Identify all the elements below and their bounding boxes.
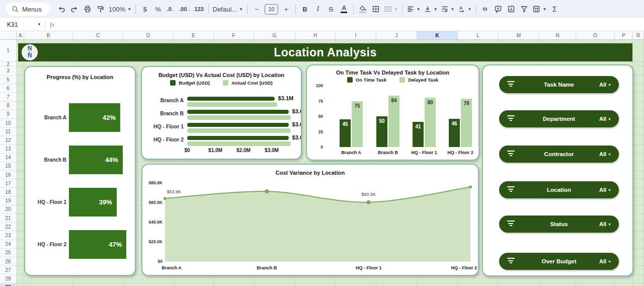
- vertical-align-button[interactable]: ▼: [422, 3, 439, 16]
- filter-status[interactable]: StatusAll▼: [499, 216, 619, 233]
- row-header-25[interactable]: 25: [0, 249, 17, 257]
- legend-item-actual-cost-usd-: Actual Cost (USD): [223, 80, 273, 86]
- create-filter-button[interactable]: [518, 3, 531, 16]
- filter-task-name[interactable]: Task NameAll▼: [499, 76, 619, 93]
- column-header-R[interactable]: R: [633, 31, 644, 40]
- column-header-J[interactable]: J: [376, 31, 417, 40]
- row-header-10[interactable]: 10: [0, 119, 17, 127]
- row-header-27[interactable]: 27: [0, 266, 17, 274]
- text-color-button[interactable]: A: [338, 3, 351, 16]
- progress-chart-card[interactable]: Progress (%) by Location Branch A42%Bran…: [24, 66, 136, 276]
- bold-button[interactable]: B: [298, 3, 311, 16]
- row-header-7[interactable]: 7: [0, 93, 17, 101]
- redo-button[interactable]: [68, 3, 81, 16]
- text-rotation-button[interactable]: A▼: [456, 3, 473, 16]
- row-header-15[interactable]: 15: [0, 162, 17, 171]
- row-header-2[interactable]: 2: [0, 62, 17, 66]
- column-header-G[interactable]: G: [254, 31, 295, 40]
- paint-format-button[interactable]: [94, 3, 107, 16]
- insert-comment-button[interactable]: [492, 3, 505, 16]
- decrease-font-size-button[interactable]: −: [250, 3, 263, 16]
- row-header-13[interactable]: 13: [0, 145, 17, 154]
- filter-value-dropdown[interactable]: All▼: [599, 110, 611, 127]
- column-header-A[interactable]: A: [17, 31, 24, 40]
- column-header-D[interactable]: D: [123, 31, 174, 40]
- row-header-5[interactable]: 5: [0, 76, 17, 84]
- column-header-P[interactable]: P: [615, 31, 633, 40]
- font-selector[interactable]: Defaul...▼: [211, 3, 245, 16]
- column-header-E[interactable]: E: [174, 31, 214, 40]
- row-header-14[interactable]: 14: [0, 154, 17, 162]
- filter-contractor[interactable]: ContractorAll▼: [499, 146, 619, 163]
- row-header-21[interactable]: 21: [0, 214, 17, 223]
- budget-chart-card[interactable]: Budget (USD) Vs Actual Cost (USD) by Loc…: [141, 66, 302, 160]
- row-header-3[interactable]: 3: [0, 66, 17, 76]
- column-header-F[interactable]: F: [214, 31, 254, 40]
- increase-decimal-button[interactable]: .00→: [178, 3, 192, 16]
- italic-button[interactable]: I: [311, 3, 325, 16]
- currency-format-button[interactable]: $: [138, 3, 151, 16]
- more-formats-button[interactable]: 123: [193, 3, 206, 16]
- column-header-B[interactable]: B: [24, 31, 73, 40]
- text-wrap-button[interactable]: ▼: [439, 3, 456, 16]
- svg-text:$60.0K: $60.0K: [361, 192, 376, 197]
- sheet-cells: N t N Location Analysis Progress (%) by …: [17, 40, 644, 286]
- undo-button[interactable]: [55, 3, 68, 16]
- row-header-28[interactable]: 28: [0, 274, 17, 283]
- row-header-9[interactable]: 9: [0, 110, 17, 119]
- strikethrough-button[interactable]: S: [325, 3, 338, 16]
- row-header-8[interactable]: 8: [0, 102, 17, 110]
- increase-font-size-button[interactable]: +: [280, 3, 293, 16]
- column-header-I[interactable]: I: [336, 31, 376, 40]
- filter-value-dropdown[interactable]: All▼: [599, 181, 611, 198]
- row-header-23[interactable]: 23: [0, 231, 17, 240]
- row-header-24[interactable]: 24: [0, 240, 17, 249]
- row-header-19[interactable]: 19: [0, 197, 17, 205]
- horizontal-align-button[interactable]: ▼: [405, 3, 422, 16]
- row-header-26[interactable]: 26: [0, 257, 17, 266]
- decrease-decimal-button[interactable]: .0←: [165, 3, 178, 16]
- svg-text:HQ - Floor 1: HQ - Floor 1: [356, 265, 382, 270]
- column-header-H[interactable]: H: [295, 31, 336, 40]
- budget-bar-hq-floor-1: [187, 123, 289, 127]
- row-header-17[interactable]: 17: [0, 179, 17, 188]
- percent-format-button[interactable]: %: [151, 3, 165, 16]
- filter-value-dropdown[interactable]: All▼: [599, 216, 611, 233]
- row-header-20[interactable]: 20: [0, 205, 17, 214]
- filter-value-dropdown[interactable]: All▼: [599, 253, 611, 270]
- column-header-L[interactable]: L: [458, 31, 499, 40]
- column-header-O[interactable]: O: [576, 31, 615, 40]
- filter-over-budget[interactable]: Over BudgetAll▼: [499, 253, 619, 270]
- row-header-16[interactable]: 16: [0, 171, 17, 179]
- row-header-22[interactable]: 22: [0, 223, 17, 231]
- row-header-29[interactable]: 29: [0, 283, 17, 286]
- name-box[interactable]: K31 ▼: [0, 18, 41, 31]
- table-tools-button[interactable]: ▼: [531, 3, 548, 16]
- filter-location[interactable]: LocationAll▼: [499, 181, 619, 198]
- row-header-11[interactable]: 11: [0, 127, 17, 136]
- filter-value-dropdown[interactable]: All▼: [599, 76, 611, 93]
- print-button[interactable]: [81, 3, 94, 16]
- borders-button[interactable]: [369, 3, 382, 16]
- font-size-input[interactable]: 10: [265, 4, 278, 15]
- select-all-corner[interactable]: [0, 31, 17, 40]
- filter-department[interactable]: DepartmentAll▼: [499, 110, 619, 127]
- column-header-K[interactable]: K: [417, 31, 458, 40]
- insert-chart-button[interactable]: [505, 3, 518, 16]
- chevron-down-icon: ▼: [608, 223, 611, 226]
- column-header-M[interactable]: M: [499, 31, 539, 40]
- filter-value-dropdown[interactable]: All▼: [599, 146, 611, 163]
- insert-link-button[interactable]: [478, 3, 492, 16]
- tasks-chart-card[interactable]: On Time Task Vs Delayed Task by Location…: [306, 64, 479, 161]
- zoom-control[interactable]: 100%▼: [107, 3, 133, 16]
- variance-chart-card[interactable]: Cost Variance by Location $0$20.0K$40.0K…: [141, 164, 479, 276]
- functions-button[interactable]: Σ: [548, 3, 561, 16]
- fill-color-button[interactable]: [356, 3, 369, 16]
- column-header-C[interactable]: C: [73, 31, 123, 40]
- row-header-12[interactable]: 12: [0, 136, 17, 145]
- column-header-N[interactable]: N: [539, 31, 576, 40]
- row-header-6[interactable]: 6: [0, 84, 17, 93]
- menus-button[interactable]: Menus: [6, 3, 50, 16]
- row-header-18[interactable]: 18: [0, 188, 17, 196]
- row-header-1[interactable]: 1: [0, 40, 17, 62]
